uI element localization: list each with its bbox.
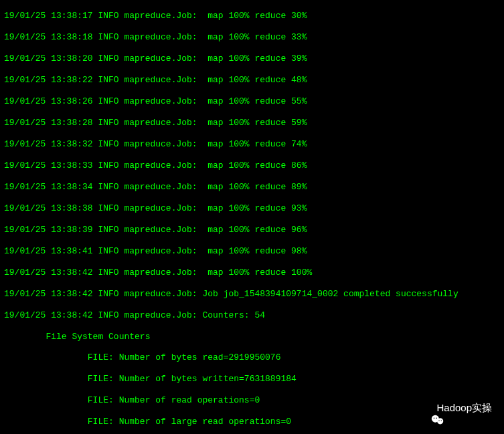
watermark: Hadoop实操 xyxy=(419,401,492,415)
svg-point-2 xyxy=(434,418,435,419)
svg-point-3 xyxy=(436,418,437,419)
counter-line: FILE: Number of bytes written=7631889184 xyxy=(4,374,500,385)
log-line: 19/01/25 13:38:42 INFO mapreduce.Job: Co… xyxy=(4,310,500,321)
log-line: 19/01/25 13:38:38 INFO mapreduce.Job: ma… xyxy=(4,203,500,214)
terminal-output: 19/01/25 13:38:17 INFO mapreduce.Job: ma… xyxy=(0,0,504,434)
log-line: 19/01/25 13:38:41 INFO mapreduce.Job: ma… xyxy=(4,246,500,257)
log-line: 19/01/25 13:38:42 INFO mapreduce.Job: ma… xyxy=(4,267,500,278)
log-line: 19/01/25 13:38:22 INFO mapreduce.Job: ma… xyxy=(4,75,500,86)
log-line: 19/01/25 13:38:33 INFO mapreduce.Job: ma… xyxy=(4,160,500,171)
wechat-icon xyxy=(419,401,434,415)
log-line: 19/01/25 13:38:20 INFO mapreduce.Job: ma… xyxy=(4,53,500,64)
svg-point-4 xyxy=(439,421,440,421)
log-line: 19/01/25 13:38:17 INFO mapreduce.Job: ma… xyxy=(4,11,500,21)
log-line: 19/01/25 13:38:34 INFO mapreduce.Job: ma… xyxy=(4,182,500,193)
svg-point-5 xyxy=(441,421,442,421)
log-line: 19/01/25 13:38:42 INFO mapreduce.Job: Jo… xyxy=(4,289,500,300)
log-line: 19/01/25 13:38:26 INFO mapreduce.Job: ma… xyxy=(4,96,500,107)
log-line: 19/01/25 13:38:18 INFO mapreduce.Job: ma… xyxy=(4,32,500,43)
counter-line: FILE: Number of bytes read=2919950076 xyxy=(4,352,500,363)
svg-point-1 xyxy=(437,419,443,425)
log-line: 19/01/25 13:38:39 INFO mapreduce.Job: ma… xyxy=(4,225,500,235)
log-line: 19/01/25 13:38:32 INFO mapreduce.Job: ma… xyxy=(4,139,500,150)
log-line: 19/01/25 13:38:28 INFO mapreduce.Job: ma… xyxy=(4,118,500,128)
counter-header: File System Counters xyxy=(4,332,500,342)
